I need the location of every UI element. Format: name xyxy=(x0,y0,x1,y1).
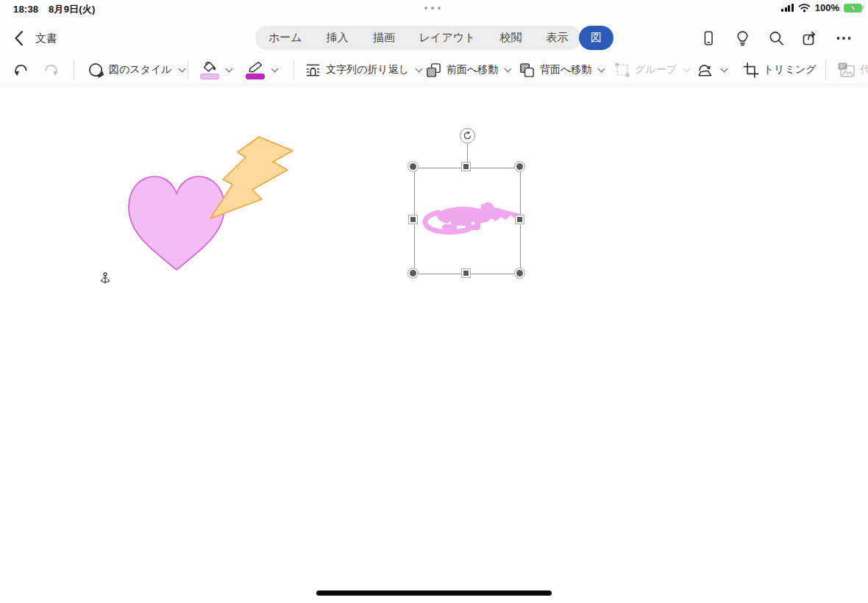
app-screen: 18:38 8月9日(火) 100% xyxy=(0,0,868,603)
tell-me-button[interactable] xyxy=(725,29,759,48)
resize-handle-top-right[interactable] xyxy=(515,162,524,171)
resize-handle-right[interactable] xyxy=(516,215,524,224)
resize-handle-bottom-right[interactable] xyxy=(515,268,524,278)
more-button[interactable] xyxy=(827,29,861,48)
document-canvas[interactable] xyxy=(0,85,868,603)
send-backward-label: 背面へ移動 xyxy=(540,63,591,76)
chevron-down-icon xyxy=(721,65,728,72)
selection-bounding-box xyxy=(414,168,521,274)
crop-button[interactable]: トリミング xyxy=(743,56,817,84)
resize-handle-top[interactable] xyxy=(462,163,470,171)
outline-color-swatch xyxy=(246,74,265,79)
document-title: 文書 xyxy=(35,32,57,46)
shape-ribbon-toolbar: 図のスタイル xyxy=(0,56,868,85)
group-label: グループ xyxy=(635,63,677,76)
crop-label: トリミング xyxy=(764,63,817,76)
chevron-down-icon xyxy=(683,65,691,72)
resize-handle-bottom-left[interactable] xyxy=(408,268,418,278)
text-wrap-button[interactable]: 文字列の折り返し xyxy=(305,56,421,84)
tab-review[interactable]: 校閲 xyxy=(499,31,522,45)
tab-layout[interactable]: レイアウト xyxy=(419,31,476,45)
cellular-signal-icon xyxy=(781,4,794,12)
battery-percent: 100% xyxy=(815,2,839,13)
ellipsis-icon xyxy=(835,29,853,47)
search-button[interactable] xyxy=(759,29,793,48)
bring-forward-icon xyxy=(425,62,442,79)
text-wrap-label: 文字列の折り返し xyxy=(326,63,409,76)
chevron-down-icon xyxy=(226,65,233,72)
text-wrap-icon xyxy=(305,62,321,79)
group-button: グループ xyxy=(614,56,689,84)
shape-style-icon xyxy=(88,62,104,79)
chevron-left-icon xyxy=(14,30,24,46)
ribbon-tab-bar: ホーム 挿入 描画 レイアウト 校閲 表示 xyxy=(255,26,581,50)
chevron-down-icon xyxy=(271,65,279,72)
chevron-down-icon xyxy=(178,65,185,72)
multitasking-dots-icon[interactable] xyxy=(424,7,441,10)
rotate-handle[interactable] xyxy=(460,128,475,143)
date: 8月9日(火) xyxy=(49,4,96,15)
lightbulb-icon xyxy=(734,29,751,47)
alt-text-label: 代替テキスト xyxy=(860,63,868,76)
chevron-down-icon xyxy=(505,65,512,72)
rotate-arrow-icon xyxy=(463,131,472,140)
chevron-down-icon xyxy=(598,65,605,72)
clock: 18:38 xyxy=(13,4,38,15)
lightning-bolt-shape[interactable] xyxy=(206,134,296,222)
battery-charging-icon xyxy=(844,4,862,13)
tab-view[interactable]: 表示 xyxy=(546,31,568,45)
home-indicator[interactable] xyxy=(316,590,552,596)
send-backward-icon xyxy=(519,62,536,79)
rotate-button[interactable] xyxy=(696,56,727,84)
redo-button[interactable] xyxy=(43,56,60,84)
chevron-down-icon xyxy=(416,65,423,72)
shape-fill-button[interactable] xyxy=(200,56,232,84)
rotate-icon xyxy=(696,62,714,79)
search-icon xyxy=(768,29,785,47)
group-icon xyxy=(614,62,630,78)
undo-button[interactable] xyxy=(12,56,29,84)
share-button[interactable] xyxy=(793,29,827,48)
wifi-icon xyxy=(798,3,811,13)
fill-bucket-icon xyxy=(201,60,218,73)
outline-pen-icon xyxy=(246,60,264,73)
resize-handle-left[interactable] xyxy=(409,215,417,224)
fill-color-swatch xyxy=(201,74,219,79)
resize-handle-bottom[interactable] xyxy=(462,269,470,277)
tab-home[interactable]: ホーム xyxy=(268,31,302,45)
share-icon xyxy=(801,29,819,47)
shape-style-label: 図のスタイル xyxy=(109,63,172,76)
undo-icon xyxy=(12,61,29,79)
back-button[interactable] xyxy=(9,29,28,48)
alt-text-button: 代替テキスト xyxy=(837,56,868,84)
bring-forward-button[interactable]: 前面へ移動 xyxy=(425,56,511,84)
anchor-icon xyxy=(100,272,110,285)
mobile-view-icon xyxy=(700,29,716,47)
crop-icon xyxy=(743,62,759,79)
navigation-bar: 文書 ホーム 挿入 描画 レイアウト 校閲 表示 図 xyxy=(0,19,868,56)
alt-text-icon xyxy=(837,61,855,79)
send-backward-button[interactable]: 背面へ移動 xyxy=(519,56,604,84)
resize-handle-top-left[interactable] xyxy=(408,162,418,171)
mobile-view-button[interactable] xyxy=(691,29,725,48)
status-bar: 18:38 8月9日(火) 100% xyxy=(0,0,868,19)
tab-insert[interactable]: 挿入 xyxy=(327,31,349,45)
tab-draw[interactable]: 描画 xyxy=(373,31,395,45)
tab-shape-active[interactable]: 図 xyxy=(579,26,613,50)
redo-icon xyxy=(43,61,60,79)
shape-style-button[interactable]: 図のスタイル xyxy=(88,56,185,84)
shape-outline-button[interactable] xyxy=(246,56,277,84)
bring-forward-label: 前面へ移動 xyxy=(447,63,498,76)
